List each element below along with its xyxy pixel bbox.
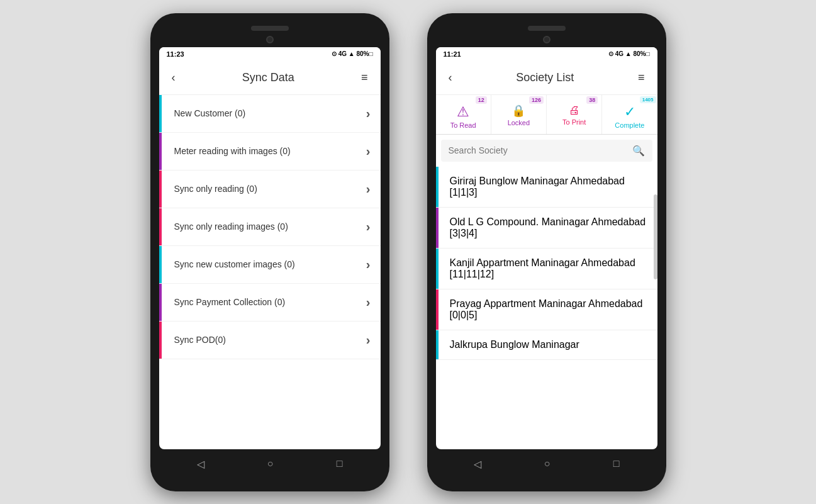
- search-bar: 🔍: [441, 140, 652, 162]
- tabs-row: 12 ⚠ To Read 126 🔒 Locked 38 🖨 To Print …: [436, 95, 657, 135]
- speaker-1: [251, 26, 289, 31]
- menu-button-1[interactable]: ≡: [359, 69, 371, 87]
- accent-bar: [159, 284, 162, 321]
- society-name: Prayag Appartment Maninagar Ahmedabad [0…: [446, 298, 650, 321]
- app-bar-2: ‹ Society List ≡: [436, 61, 657, 95]
- tab-to-read[interactable]: 12 ⚠ To Read: [436, 95, 491, 134]
- scrollbar[interactable]: [654, 194, 657, 279]
- tab-badge-complete: 1405: [640, 96, 656, 103]
- search-input[interactable]: [449, 145, 632, 155]
- status-icons-1: ⊙ 4G ▲ 80%□: [332, 50, 373, 57]
- tab-badge-to-read: 12: [476, 96, 487, 104]
- nav-back-1[interactable]: ◁: [192, 456, 210, 473]
- society-accent: [436, 289, 439, 330]
- screen-2: 11:21 ⊙ 4G ▲ 80%□ ‹ Society List ≡ 12 ⚠ …: [436, 47, 657, 449]
- society-name: Old L G Compound. Maninagar Ahmedabad [3…: [446, 216, 650, 239]
- society-accent: [436, 167, 439, 207]
- nav-bar-1: ◁ ○ □: [159, 449, 381, 479]
- item-label: Sync only reading images (0): [169, 221, 366, 232]
- chevron-icon: ›: [366, 333, 371, 347]
- list-item[interactable]: Sync POD(0) ›: [159, 322, 381, 359]
- accent-bar: [159, 208, 162, 245]
- society-name: Kanjil Appartment Maninagar Ahmedabad [1…: [446, 257, 650, 280]
- item-label: Meter reading with images (0): [169, 146, 366, 156]
- tab-badge-locked: 126: [529, 96, 544, 104]
- item-label: Sync Payment Collection (0): [169, 297, 366, 307]
- nav-home-2[interactable]: ○: [539, 456, 556, 472]
- tab-label-to-read: To Read: [450, 121, 476, 129]
- camera-1: [266, 36, 274, 43]
- search-icon[interactable]: 🔍: [632, 145, 645, 157]
- nav-recent-2[interactable]: □: [608, 456, 625, 472]
- tab-locked[interactable]: 126 🔒 Locked: [491, 95, 547, 134]
- item-label: Sync POD(0): [169, 335, 366, 345]
- society-accent: [436, 249, 439, 289]
- accent-bar: [159, 95, 162, 132]
- item-label: Sync new customer images (0): [169, 259, 366, 269]
- item-label: Sync only reading (0): [169, 184, 366, 194]
- society-item[interactable]: Kanjil Appartment Maninagar Ahmedabad [1…: [436, 249, 657, 289]
- list-item[interactable]: Sync only reading images (0) ›: [159, 208, 381, 246]
- tab-label-complete: Complete: [615, 121, 644, 129]
- status-bar-1: 11:23 ⊙ 4G ▲ 80%□: [159, 47, 381, 61]
- list-item[interactable]: Sync only reading (0) ›: [159, 171, 381, 208]
- nav-bar-2: ◁ ○ □: [436, 449, 657, 479]
- society-name: Giriraj Bunglow Maninagar Ahmedabad [1|1…: [446, 176, 650, 198]
- page-title-2: Society List: [516, 71, 574, 84]
- menu-button-2[interactable]: ≡: [635, 69, 647, 87]
- chevron-icon: ›: [366, 106, 371, 121]
- tab-label-to-print: To Print: [562, 118, 586, 126]
- society-accent: [436, 330, 439, 359]
- item-label: New Customer (0): [169, 108, 366, 118]
- status-time-2: 11:21: [444, 50, 461, 58]
- camera-2: [543, 36, 551, 43]
- status-bar-2: 11:21 ⊙ 4G ▲ 80%□: [436, 47, 657, 61]
- chevron-icon: ›: [366, 220, 371, 234]
- tab-label-locked: Locked: [508, 119, 530, 126]
- list-item[interactable]: Meter reading with images (0) ›: [159, 133, 381, 171]
- society-accent: [436, 208, 439, 248]
- phone-1: 11:23 ⊙ 4G ▲ 80%□ ‹ Sync Data ≡ New Cust…: [150, 13, 389, 491]
- sync-list: New Customer (0) › Meter reading with im…: [159, 95, 381, 449]
- screen-1: 11:23 ⊙ 4G ▲ 80%□ ‹ Sync Data ≡ New Cust…: [159, 47, 381, 449]
- tab-complete[interactable]: 1405 ✓ Complete: [602, 95, 657, 134]
- society-item[interactable]: Jalkrupa Bunglow Maninagar: [436, 330, 657, 360]
- tab-to-print[interactable]: 38 🖨 To Print: [547, 95, 602, 134]
- accent-bar: [159, 246, 162, 283]
- accent-bar: [159, 171, 162, 208]
- back-button-1[interactable]: ‹: [169, 69, 178, 87]
- print-icon: 🖨: [569, 104, 580, 117]
- society-item[interactable]: Old L G Compound. Maninagar Ahmedabad [3…: [436, 208, 657, 249]
- list-item[interactable]: Sync new customer images (0) ›: [159, 246, 381, 284]
- status-time-1: 11:23: [167, 50, 184, 58]
- list-item[interactable]: Sync Payment Collection (0) ›: [159, 284, 381, 322]
- back-button-2[interactable]: ‹: [446, 69, 455, 87]
- chevron-icon: ›: [366, 144, 371, 159]
- lock-icon: 🔒: [511, 104, 525, 118]
- status-icons-2: ⊙ 4G ▲ 80%□: [608, 50, 650, 57]
- warning-icon: ⚠: [457, 104, 469, 120]
- chevron-icon: ›: [366, 295, 371, 310]
- list-item[interactable]: New Customer (0) ›: [159, 95, 381, 133]
- speaker-2: [528, 26, 566, 31]
- society-item[interactable]: Giriraj Bunglow Maninagar Ahmedabad [1|1…: [436, 167, 657, 208]
- accent-bar: [159, 322, 162, 359]
- nav-recent-1[interactable]: □: [332, 456, 348, 472]
- society-list: Giriraj Bunglow Maninagar Ahmedabad [1|1…: [436, 167, 657, 449]
- phone-2: 11:21 ⊙ 4G ▲ 80%□ ‹ Society List ≡ 12 ⚠ …: [427, 13, 666, 491]
- chevron-icon: ›: [366, 257, 371, 272]
- nav-home-1[interactable]: ○: [262, 456, 279, 472]
- page-title-1: Sync Data: [242, 71, 294, 84]
- society-item[interactable]: Prayag Appartment Maninagar Ahmedabad [0…: [436, 289, 657, 330]
- app-bar-1: ‹ Sync Data ≡: [159, 61, 381, 95]
- tab-badge-to-print: 38: [586, 96, 598, 104]
- check-icon: ✓: [624, 104, 635, 120]
- accent-bar: [159, 133, 162, 170]
- chevron-icon: ›: [366, 182, 371, 196]
- nav-back-2[interactable]: ◁: [469, 456, 486, 473]
- society-name: Jalkrupa Bunglow Maninagar: [446, 339, 579, 350]
